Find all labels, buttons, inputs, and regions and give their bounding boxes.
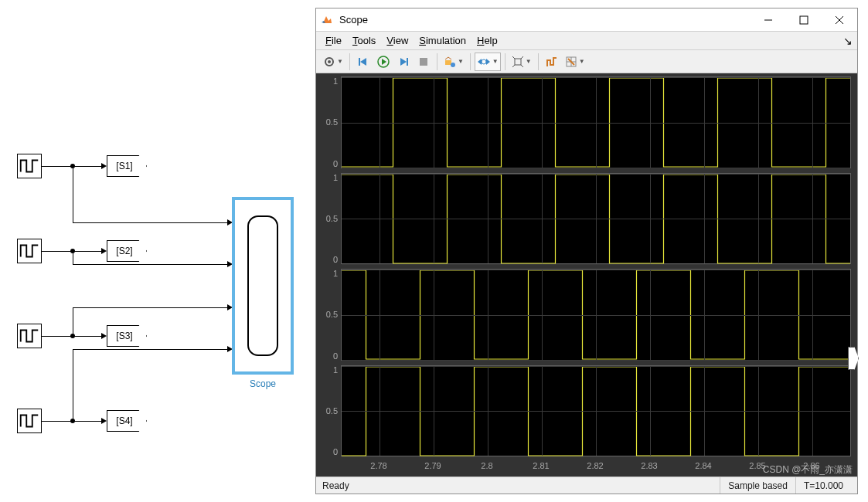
svg-line-20 [521,56,523,59]
svg-marker-10 [400,58,407,66]
watermark: CSDN @不雨_亦潇潇 [763,463,853,477]
status-sample: Sample based [720,477,795,494]
configure-button[interactable]: ▼ [321,53,345,71]
step-back-icon [357,56,369,68]
svg-rect-11 [407,58,408,66]
svg-rect-12 [420,58,427,66]
stop-button[interactable] [414,53,433,71]
svg-rect-18 [515,59,521,65]
menu-view[interactable]: View [382,33,413,48]
axes[interactable] [341,76,851,168]
axes[interactable] [341,173,851,265]
axes[interactable] [341,269,851,361]
gear-icon [323,56,335,68]
pulse-generator-block[interactable] [17,324,42,348]
menu-file[interactable]: File [321,33,346,48]
svg-marker-6 [360,58,366,66]
goto-label: [S4] [116,416,132,426]
y-axis-labels: 10.50 [319,269,341,361]
scope-block-label: Scope [232,378,294,389]
y-axis-labels: 10.50 [319,173,341,265]
svg-point-17 [482,59,486,64]
scope-block[interactable] [232,197,294,375]
goto-label: [S2] [116,246,132,256]
play-icon [377,56,390,68]
status-time: T=10.000 [795,477,851,494]
autoscale-icon [512,56,524,68]
svg-point-14 [451,63,455,67]
trigger-icon [444,56,456,68]
subplot-4[interactable]: 10.50 [319,365,851,457]
trigger-button[interactable]: ▼ [441,53,466,71]
toolbar: ▼ ▼ ▼ ▼ ▼ [316,50,857,73]
svg-point-5 [328,60,331,63]
menubar: File Tools View Simulation Help ↘ [316,32,857,50]
goto-block[interactable]: [S3] [107,325,147,347]
run-button[interactable] [374,53,393,71]
y-axis-labels: 10.50 [319,365,341,457]
plot-area[interactable]: 10.50 10.50 10.50 10.50 2.782.792.82.812… [316,73,857,477]
zoom-x-icon [477,56,491,67]
step-forward-icon [397,56,410,68]
svg-line-22 [521,65,523,67]
subplot-3[interactable]: 10.50 [319,269,851,361]
maximize-button[interactable] [786,8,822,32]
menu-tools[interactable]: Tools [348,33,380,48]
measurements-button[interactable] [543,53,561,71]
titlebar[interactable]: Scope [316,8,857,32]
svg-marker-16 [486,59,490,65]
svg-rect-1 [800,16,808,24]
autoscale-button[interactable]: ▼ [509,53,534,71]
svg-marker-15 [478,59,482,65]
close-button[interactable] [822,8,857,32]
scope-window: Scope File Tools View Simulation Help ↘ … [315,8,858,494]
goto-block[interactable]: [S4] [107,410,147,432]
statusbar: Ready Sample based T=10.000 [316,477,857,494]
stop-icon [417,56,430,68]
svg-line-21 [512,65,515,67]
goto-block[interactable]: [S2] [107,240,147,262]
subplot-2[interactable]: 10.50 [319,173,851,265]
step-forward-button[interactable] [394,53,413,71]
svg-rect-13 [445,60,451,65]
svg-rect-7 [359,58,360,66]
cursor-measure-button[interactable]: ▼ [563,53,587,71]
ruler-icon [565,56,577,68]
menu-simulation[interactable]: Simulation [414,33,471,48]
window-title: Scope [339,14,751,25]
simulink-canvas[interactable]: [S1] [S2] [S3] [S4] Scope [0,0,315,502]
goto-label: [S1] [116,161,132,171]
menu-overflow-icon[interactable]: ↘ [843,35,853,47]
minimize-button[interactable] [751,8,786,32]
goto-block[interactable]: [S1] [107,155,147,177]
svg-marker-9 [382,59,386,65]
menu-help[interactable]: Help [472,33,502,48]
step-back-button[interactable] [354,53,373,71]
goto-label: [S3] [116,331,132,341]
status-ready: Ready [322,480,349,491]
axes[interactable] [341,365,851,457]
pulse-generator-block[interactable] [17,239,42,263]
subplot-1[interactable]: 10.50 [319,76,851,168]
y-axis-labels: 10.50 [319,76,341,168]
signal-stats-icon [546,56,558,68]
svg-line-19 [512,56,515,59]
pulse-generator-block[interactable] [17,154,42,178]
zoom-x-button[interactable]: ▼ [475,53,501,71]
matlab-icon [321,14,333,26]
pulse-generator-block[interactable] [17,409,42,433]
